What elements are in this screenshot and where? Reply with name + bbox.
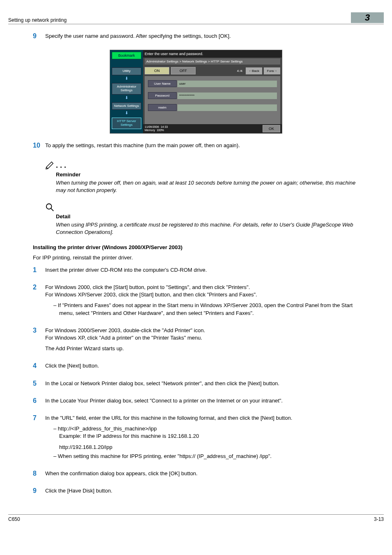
detail-block: Detail When using IPPS printing, a certi…	[45, 203, 359, 236]
step-subtext: – http://<IP_address_for_this_machine>/i…	[53, 425, 359, 432]
step-5: 5 In the Local or Network Printer dialog…	[33, 380, 359, 391]
status-datetime: 11/09/2006 14:33 Memory 100%	[145, 125, 168, 132]
page-content: 9 Specify the user name and password. Af…	[8, 32, 384, 498]
section-intro: For IPP printing, reinstall the printer …	[33, 254, 359, 261]
back-button[interactable]: ←Back	[246, 67, 262, 74]
step-number: 8	[33, 470, 45, 481]
step-2: 2 For Windows 2000, click the [Start] bu…	[33, 284, 359, 320]
chapter-number: 3	[365, 12, 370, 23]
tab-off[interactable]: OFF	[171, 67, 196, 74]
device-screenshot: Bookmark Utility ⬇ Administrator Setting…	[110, 50, 282, 134]
chevron-down-icon: ⬇	[112, 76, 141, 81]
detail-title: Detail	[56, 213, 359, 220]
step-text: In the Locate Your Printer dialog box, s…	[45, 397, 359, 405]
step-number: 9	[33, 32, 45, 43]
page-footer: C650 3-13	[8, 514, 384, 522]
reminder-title: Reminder	[56, 171, 359, 178]
page-indicator: 4 /4	[237, 69, 242, 73]
step-subtext: Example: If the IP address for this mach…	[53, 432, 359, 440]
detail-text: When using IPPS printing, a certificate …	[56, 221, 359, 236]
step-subtext: – If "Printers and Faxes" does not appea…	[53, 302, 359, 317]
reminder-text: When turning the power off, then on agai…	[56, 179, 359, 194]
step-9: 9 Specify the user name and password. Af…	[33, 32, 359, 43]
step-text: Insert the printer driver CD-ROM into th…	[45, 266, 359, 274]
magnifier-icon	[45, 203, 54, 212]
step-number: 7	[33, 414, 45, 463]
step-9b: 9 Click the [Have Disk] button.	[33, 487, 359, 498]
step-text: Click the [Next] button.	[45, 362, 359, 370]
step-text: When the confirmation dialog box appears…	[45, 470, 359, 477]
step-text: To apply the settings, restart this mach…	[45, 142, 359, 149]
step-10: 10 To apply the settings, restart this m…	[33, 142, 359, 153]
side-panel: Bookmark Utility ⬇ Administrator Setting…	[110, 50, 143, 133]
password-label: Password	[148, 92, 177, 99]
step-text: Specify the user name and password. Afte…	[45, 32, 359, 40]
panel-title: Enter the user name and password.	[143, 50, 282, 58]
step-6: 6 In the Locate Your Printer dialog box,…	[33, 397, 359, 408]
step-text: For Windows 2000, click the [Start] butt…	[45, 284, 359, 291]
step-number: 1	[33, 266, 45, 277]
step-text: In the "URL" field, enter the URL for th…	[45, 414, 359, 422]
page-header: Setting up network printing 3	[8, 0, 384, 24]
section-heading: Installing the printer driver (Windows 2…	[33, 244, 359, 250]
step-text: The Add Printer Wizard starts up.	[45, 345, 359, 352]
chapter-badge: 3	[351, 12, 384, 23]
footer-model: C650	[8, 516, 20, 522]
step-1: 1 Insert the printer driver CD-ROM into …	[33, 266, 359, 277]
step-text: In the Local or Network Printer dialog b…	[45, 380, 359, 387]
breadcrumb: Administrator Settings > Network Setting…	[145, 58, 280, 65]
step-number: 2	[33, 284, 45, 320]
sidebar-item-http[interactable]: HTTP Server Settings	[112, 118, 141, 129]
step-text: Click the [Have Disk] button.	[45, 487, 359, 495]
step-text: For Windows XP/Server 2003, click the [S…	[45, 291, 359, 298]
tab-on[interactable]: ON	[145, 67, 169, 74]
password-input[interactable]: ************	[178, 92, 277, 99]
chevron-down-icon: ⬇	[112, 111, 141, 115]
step-4: 4 Click the [Next] button.	[33, 362, 359, 373]
step-8: 8 When the confirmation dialog box appea…	[33, 470, 359, 481]
step-number: 3	[33, 327, 45, 356]
forward-button[interactable]: Fora→	[264, 67, 280, 74]
step-text: For Windows XP, click "Add a printer" on…	[45, 334, 359, 342]
header-section-title: Setting up network printing	[8, 17, 67, 23]
step-7: 7 In the "URL" field, enter the URL for …	[33, 414, 359, 463]
username-input[interactable]: user	[178, 81, 277, 87]
bookmark-button[interactable]: Bookmark	[112, 52, 141, 59]
ok-button[interactable]: OK	[263, 125, 280, 132]
username-label: User Name	[148, 80, 177, 87]
ellipsis-icon: . . .	[56, 161, 66, 169]
sidebar-item-admin[interactable]: Administrator Settings	[112, 83, 141, 95]
step-number: 5	[33, 380, 45, 391]
realm-label: realm	[148, 104, 177, 111]
sidebar-item-network[interactable]: Network Settings	[112, 102, 141, 110]
footer-page: 3-13	[374, 516, 384, 522]
reminder-block: . . . Reminder When turning the power of…	[45, 161, 359, 194]
step-subtext: – When setting this machine for IPPS pri…	[53, 453, 359, 460]
sidebar-item-utility[interactable]: Utility	[112, 67, 141, 75]
step-text: For Windows 2000/Server 2003, double-cli…	[45, 327, 359, 334]
pencil-icon	[45, 161, 54, 170]
realm-input[interactable]	[178, 104, 277, 111]
chevron-down-icon: ⬇	[112, 95, 141, 100]
step-number: 9	[33, 487, 45, 498]
step-number: 10	[33, 142, 45, 153]
step-number: 6	[33, 397, 45, 408]
svg-line-1	[51, 208, 53, 210]
svg-point-0	[46, 204, 52, 209]
step-3: 3 For Windows 2000/Server 2003, double-c…	[33, 327, 359, 356]
step-number: 4	[33, 362, 45, 373]
step-subtext: http://192.168.1.20/ipp	[53, 444, 359, 451]
